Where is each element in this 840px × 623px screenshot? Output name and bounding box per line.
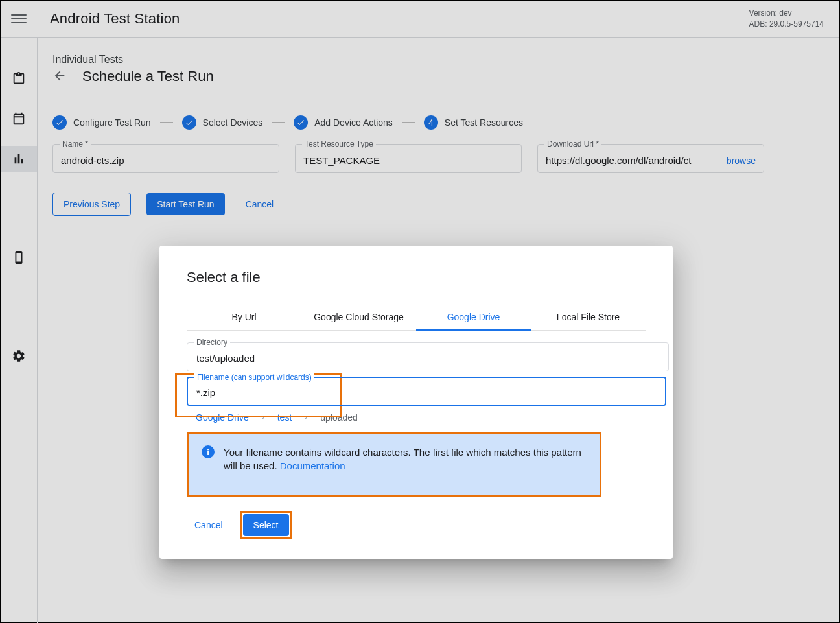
directory-input[interactable]	[195, 352, 663, 364]
info-icon: i	[202, 445, 215, 458]
dialog-select-button[interactable]: Select	[243, 514, 289, 536]
crumb-uploaded: uploaded	[320, 412, 358, 423]
tab-google-drive[interactable]: Google Drive	[416, 304, 531, 330]
dialog-title: Select a file	[187, 269, 646, 286]
tab-gcs[interactable]: Google Cloud Storage	[301, 304, 416, 330]
select-file-dialog: Select a file By Url Google Cloud Storag…	[159, 246, 673, 559]
tab-local-file-store[interactable]: Local File Store	[531, 304, 646, 330]
directory-field[interactable]: Directory	[187, 342, 669, 371]
crumb-root[interactable]: Google Drive	[196, 412, 249, 423]
breadcrumb: Google Drive test uploaded	[196, 412, 646, 423]
filename-field[interactable]: Filename (can support wildcards)	[187, 377, 666, 406]
tab-by-url[interactable]: By Url	[187, 304, 301, 330]
crumb-test[interactable]: test	[277, 412, 292, 423]
documentation-link[interactable]: Documentation	[280, 460, 345, 471]
filename-input[interactable]	[195, 386, 660, 399]
wildcard-info-banner: i Your filename contains wildcard charac…	[187, 432, 601, 497]
chevron-right-icon	[259, 414, 267, 421]
chevron-right-icon	[302, 414, 310, 421]
dialog-cancel-button[interactable]: Cancel	[189, 514, 228, 536]
